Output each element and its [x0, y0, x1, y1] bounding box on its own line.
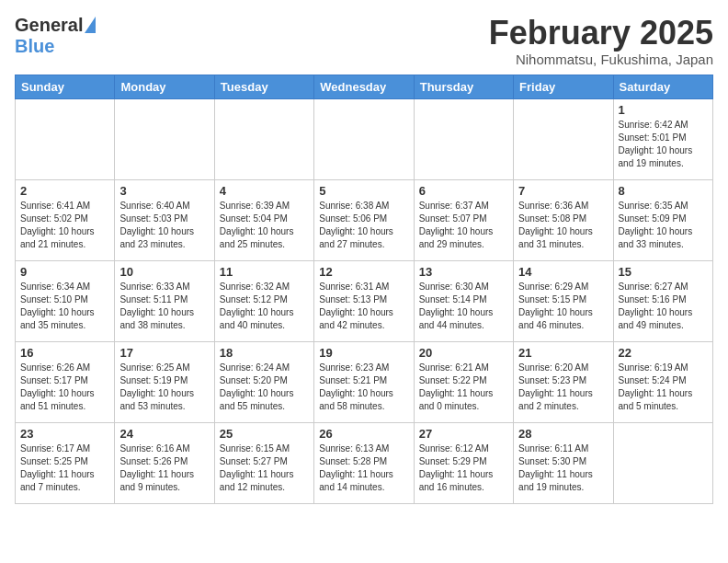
day-number: 4 [220, 184, 309, 198]
calendar-day-cell: 16Sunrise: 6:26 AM Sunset: 5:17 PM Dayli… [16, 341, 115, 422]
calendar-header-row: SundayMondayTuesdayWednesdayThursdayFrid… [16, 75, 713, 98]
day-number: 23 [20, 427, 109, 441]
day-info: Sunrise: 6:33 AM Sunset: 5:11 PM Dayligh… [119, 281, 209, 332]
calendar-week-row: 16Sunrise: 6:26 AM Sunset: 5:17 PM Dayli… [16, 341, 713, 422]
calendar-day-cell: 3Sunrise: 6:40 AM Sunset: 5:03 PM Daylig… [115, 179, 214, 260]
calendar-day-cell: 15Sunrise: 6:27 AM Sunset: 5:16 PM Dayli… [613, 260, 712, 341]
day-number: 6 [419, 184, 508, 198]
day-number: 25 [220, 427, 309, 441]
calendar-day-cell [613, 422, 712, 503]
day-number: 21 [518, 346, 608, 360]
day-info: Sunrise: 6:39 AM Sunset: 5:04 PM Dayligh… [220, 200, 309, 251]
title-block: February 2025 Nihommatsu, Fukushima, Jap… [489, 15, 713, 67]
calendar-day-cell: 5Sunrise: 6:38 AM Sunset: 5:06 PM Daylig… [314, 179, 414, 260]
calendar-day-cell: 28Sunrise: 6:11 AM Sunset: 5:30 PM Dayli… [514, 422, 613, 503]
calendar-day-cell: 9Sunrise: 6:34 AM Sunset: 5:10 PM Daylig… [16, 260, 115, 341]
calendar-week-row: 9Sunrise: 6:34 AM Sunset: 5:10 PM Daylig… [16, 260, 713, 341]
day-info: Sunrise: 6:17 AM Sunset: 5:25 PM Dayligh… [20, 442, 109, 494]
day-number: 16 [20, 346, 109, 360]
calendar-table: SundayMondayTuesdayWednesdayThursdayFrid… [15, 75, 713, 504]
day-number: 24 [119, 427, 209, 441]
day-info: Sunrise: 6:34 AM Sunset: 5:10 PM Dayligh… [20, 281, 109, 332]
day-info: Sunrise: 6:31 AM Sunset: 5:13 PM Dayligh… [319, 281, 408, 332]
day-info: Sunrise: 6:26 AM Sunset: 5:17 PM Dayligh… [20, 362, 109, 413]
day-of-week-header: Wednesday [314, 75, 414, 98]
day-info: Sunrise: 6:15 AM Sunset: 5:27 PM Dayligh… [220, 442, 309, 494]
calendar-week-row: 2Sunrise: 6:41 AM Sunset: 5:02 PM Daylig… [16, 179, 713, 260]
day-info: Sunrise: 6:29 AM Sunset: 5:15 PM Dayligh… [518, 281, 608, 332]
calendar-day-cell: 22Sunrise: 6:19 AM Sunset: 5:24 PM Dayli… [613, 341, 712, 422]
calendar-day-cell: 23Sunrise: 6:17 AM Sunset: 5:25 PM Dayli… [16, 422, 115, 503]
day-info: Sunrise: 6:12 AM Sunset: 5:29 PM Dayligh… [419, 442, 508, 494]
logo-triangle-icon [85, 17, 96, 33]
calendar-day-cell [414, 98, 513, 179]
day-number: 3 [119, 184, 209, 198]
day-info: Sunrise: 6:37 AM Sunset: 5:07 PM Dayligh… [419, 200, 508, 251]
day-number: 7 [518, 184, 608, 198]
day-info: Sunrise: 6:19 AM Sunset: 5:24 PM Dayligh… [619, 362, 708, 413]
day-number: 19 [319, 346, 408, 360]
calendar-day-cell: 4Sunrise: 6:39 AM Sunset: 5:04 PM Daylig… [214, 179, 313, 260]
day-number: 28 [518, 427, 608, 441]
day-info: Sunrise: 6:23 AM Sunset: 5:21 PM Dayligh… [319, 362, 408, 413]
logo: General Blue [15, 15, 96, 57]
day-number: 5 [319, 184, 408, 198]
logo-general-text: General [15, 15, 83, 36]
day-info: Sunrise: 6:38 AM Sunset: 5:06 PM Dayligh… [319, 200, 408, 251]
calendar-day-cell: 19Sunrise: 6:23 AM Sunset: 5:21 PM Dayli… [314, 341, 414, 422]
calendar-day-cell: 18Sunrise: 6:24 AM Sunset: 5:20 PM Dayli… [214, 341, 313, 422]
calendar-day-cell: 11Sunrise: 6:32 AM Sunset: 5:12 PM Dayli… [214, 260, 313, 341]
day-info: Sunrise: 6:16 AM Sunset: 5:26 PM Dayligh… [119, 442, 209, 494]
day-number: 2 [20, 184, 109, 198]
day-number: 8 [619, 184, 708, 198]
day-info: Sunrise: 6:24 AM Sunset: 5:20 PM Dayligh… [220, 362, 309, 413]
calendar-day-cell: 27Sunrise: 6:12 AM Sunset: 5:29 PM Dayli… [414, 422, 513, 503]
day-number: 9 [20, 265, 109, 279]
calendar-day-cell: 1Sunrise: 6:42 AM Sunset: 5:01 PM Daylig… [613, 98, 712, 179]
day-number: 20 [419, 346, 508, 360]
day-info: Sunrise: 6:21 AM Sunset: 5:22 PM Dayligh… [419, 362, 508, 413]
calendar-day-cell: 2Sunrise: 6:41 AM Sunset: 5:02 PM Daylig… [16, 179, 115, 260]
day-number: 10 [119, 265, 209, 279]
month-title: February 2025 [489, 15, 713, 52]
calendar-day-cell: 6Sunrise: 6:37 AM Sunset: 5:07 PM Daylig… [414, 179, 513, 260]
day-info: Sunrise: 6:30 AM Sunset: 5:14 PM Dayligh… [419, 281, 508, 332]
day-number: 18 [220, 346, 309, 360]
day-info: Sunrise: 6:13 AM Sunset: 5:28 PM Dayligh… [319, 442, 408, 494]
day-number: 13 [419, 265, 508, 279]
day-info: Sunrise: 6:41 AM Sunset: 5:02 PM Dayligh… [20, 200, 109, 251]
day-of-week-header: Thursday [414, 75, 513, 98]
day-of-week-header: Tuesday [214, 75, 313, 98]
day-number: 1 [619, 103, 708, 117]
day-number: 22 [619, 346, 708, 360]
calendar-week-row: 23Sunrise: 6:17 AM Sunset: 5:25 PM Dayli… [16, 422, 713, 503]
day-info: Sunrise: 6:32 AM Sunset: 5:12 PM Dayligh… [220, 281, 309, 332]
logo-blue-text: Blue [15, 36, 54, 57]
day-of-week-header: Friday [514, 75, 613, 98]
day-info: Sunrise: 6:40 AM Sunset: 5:03 PM Dayligh… [119, 200, 209, 251]
day-of-week-header: Sunday [16, 75, 115, 98]
day-info: Sunrise: 6:35 AM Sunset: 5:09 PM Dayligh… [619, 200, 708, 251]
day-number: 15 [619, 265, 708, 279]
calendar-day-cell: 8Sunrise: 6:35 AM Sunset: 5:09 PM Daylig… [613, 179, 712, 260]
calendar-day-cell: 14Sunrise: 6:29 AM Sunset: 5:15 PM Dayli… [514, 260, 613, 341]
day-info: Sunrise: 6:11 AM Sunset: 5:30 PM Dayligh… [518, 442, 608, 494]
calendar-day-cell: 12Sunrise: 6:31 AM Sunset: 5:13 PM Dayli… [314, 260, 414, 341]
calendar-day-cell [214, 98, 313, 179]
calendar-day-cell: 26Sunrise: 6:13 AM Sunset: 5:28 PM Dayli… [314, 422, 414, 503]
day-info: Sunrise: 6:36 AM Sunset: 5:08 PM Dayligh… [518, 200, 608, 251]
calendar-day-cell [115, 98, 214, 179]
calendar-day-cell [514, 98, 613, 179]
page-header: General Blue February 2025 Nihommatsu, F… [15, 15, 713, 67]
day-info: Sunrise: 6:27 AM Sunset: 5:16 PM Dayligh… [619, 281, 708, 332]
day-of-week-header: Monday [115, 75, 214, 98]
day-number: 17 [119, 346, 209, 360]
calendar-day-cell: 10Sunrise: 6:33 AM Sunset: 5:11 PM Dayli… [115, 260, 214, 341]
calendar-day-cell: 25Sunrise: 6:15 AM Sunset: 5:27 PM Dayli… [214, 422, 313, 503]
calendar-day-cell: 21Sunrise: 6:20 AM Sunset: 5:23 PM Dayli… [514, 341, 613, 422]
day-info: Sunrise: 6:42 AM Sunset: 5:01 PM Dayligh… [619, 119, 708, 170]
location-title: Nihommatsu, Fukushima, Japan [489, 52, 713, 67]
day-number: 12 [319, 265, 408, 279]
calendar-day-cell: 24Sunrise: 6:16 AM Sunset: 5:26 PM Dayli… [115, 422, 214, 503]
calendar-day-cell: 20Sunrise: 6:21 AM Sunset: 5:22 PM Dayli… [414, 341, 513, 422]
